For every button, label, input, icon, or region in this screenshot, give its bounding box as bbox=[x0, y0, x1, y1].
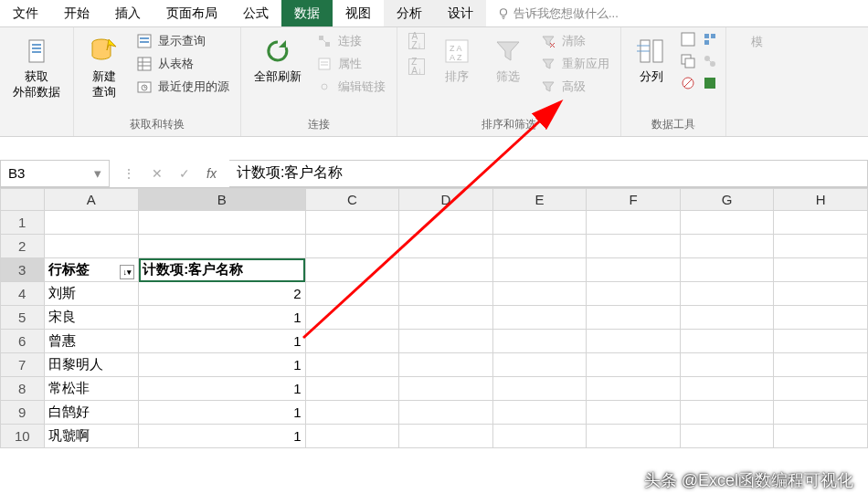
cell[interactable] bbox=[680, 425, 774, 448]
formula-input[interactable]: 计数项:客户名称 bbox=[229, 160, 868, 187]
cell[interactable] bbox=[680, 401, 774, 425]
cell[interactable] bbox=[774, 211, 868, 235]
consolidate-icon[interactable] bbox=[702, 31, 718, 47]
cancel-icon[interactable]: ✕ bbox=[152, 166, 163, 181]
col-header-E[interactable]: E bbox=[492, 189, 587, 211]
col-header-H[interactable]: H bbox=[774, 189, 868, 211]
row-header[interactable]: 4 bbox=[1, 282, 45, 306]
cell[interactable]: 1 bbox=[139, 401, 305, 425]
cell[interactable] bbox=[680, 211, 774, 235]
relationships-icon[interactable] bbox=[702, 53, 718, 69]
cell[interactable] bbox=[680, 353, 774, 377]
cell[interactable] bbox=[680, 306, 774, 330]
cell[interactable]: 计数项:客户名称 bbox=[139, 258, 305, 282]
col-header-D[interactable]: D bbox=[399, 189, 493, 211]
cell[interactable] bbox=[587, 211, 680, 235]
col-header-F[interactable]: F bbox=[587, 189, 680, 211]
cell[interactable] bbox=[774, 377, 868, 401]
cell[interactable] bbox=[399, 377, 493, 401]
col-header-C[interactable]: C bbox=[305, 189, 399, 211]
row-header[interactable]: 7 bbox=[1, 353, 45, 377]
cell[interactable] bbox=[44, 235, 139, 258]
tab-home[interactable]: 开始 bbox=[51, 0, 102, 26]
remove-dup-icon[interactable] bbox=[680, 53, 696, 69]
cell[interactable] bbox=[587, 401, 680, 425]
cell[interactable] bbox=[492, 425, 587, 448]
cell[interactable] bbox=[587, 377, 680, 401]
get-external-data-button[interactable]: 获取 外部数据 bbox=[7, 31, 66, 104]
filter-button[interactable]: 筛选 bbox=[485, 31, 531, 89]
cell[interactable]: 1 bbox=[139, 353, 305, 377]
cell[interactable]: 2 bbox=[139, 282, 305, 306]
col-header-A[interactable]: A bbox=[44, 189, 139, 211]
cell[interactable]: 曾惠 bbox=[44, 330, 139, 353]
cell[interactable] bbox=[399, 211, 493, 235]
cell[interactable]: 1 bbox=[139, 377, 305, 401]
cell[interactable] bbox=[587, 235, 680, 258]
cell[interactable] bbox=[680, 377, 774, 401]
cell[interactable]: 田黎明人 bbox=[44, 353, 139, 377]
cell[interactable] bbox=[492, 353, 587, 377]
cell[interactable] bbox=[680, 235, 774, 258]
tab-data[interactable]: 数据 bbox=[281, 0, 333, 26]
cell[interactable] bbox=[305, 330, 399, 353]
cell[interactable] bbox=[774, 353, 868, 377]
cell[interactable] bbox=[587, 330, 680, 353]
cell[interactable] bbox=[492, 306, 587, 330]
cell[interactable] bbox=[139, 211, 305, 235]
cell[interactable] bbox=[492, 330, 587, 353]
cell[interactable] bbox=[774, 235, 868, 258]
cell[interactable] bbox=[492, 282, 587, 306]
tab-file[interactable]: 文件 bbox=[0, 0, 51, 26]
name-box[interactable]: B3 ▾ bbox=[0, 160, 110, 187]
cell[interactable] bbox=[774, 401, 868, 425]
properties-button[interactable]: 属性 bbox=[312, 54, 389, 74]
text-to-columns-button[interactable]: 分列 bbox=[629, 31, 674, 89]
cell[interactable] bbox=[305, 425, 399, 448]
cell[interactable] bbox=[492, 401, 587, 425]
cell[interactable] bbox=[587, 282, 680, 306]
row-header[interactable]: 10 bbox=[1, 425, 45, 448]
cell[interactable] bbox=[399, 258, 493, 282]
cell[interactable] bbox=[492, 211, 587, 235]
cell[interactable] bbox=[492, 377, 587, 401]
sort-za-button[interactable]: ZA↓ bbox=[405, 57, 429, 77]
accept-icon[interactable]: ✓ bbox=[179, 166, 190, 181]
cell[interactable] bbox=[680, 258, 774, 282]
cell[interactable] bbox=[305, 211, 399, 235]
partial-button[interactable]: 模 bbox=[734, 31, 779, 54]
cell[interactable]: 白鹄好 bbox=[44, 401, 139, 425]
cell[interactable] bbox=[305, 353, 399, 377]
recent-sources-button[interactable]: 最近使用的源 bbox=[132, 77, 233, 97]
reapply-button[interactable]: 重新应用 bbox=[536, 54, 613, 74]
tab-view[interactable]: 视图 bbox=[333, 0, 384, 26]
cell[interactable] bbox=[680, 282, 774, 306]
cell[interactable] bbox=[305, 306, 399, 330]
cell[interactable] bbox=[492, 235, 587, 258]
row-header[interactable]: 9 bbox=[1, 401, 45, 425]
cell[interactable] bbox=[139, 235, 305, 258]
cell[interactable] bbox=[399, 235, 493, 258]
cell[interactable] bbox=[305, 258, 399, 282]
show-queries-button[interactable]: 显示查询 bbox=[132, 31, 233, 51]
tab-design[interactable]: 设计 bbox=[435, 0, 486, 26]
row-header[interactable]: 2 bbox=[1, 235, 45, 258]
cell[interactable] bbox=[399, 330, 493, 353]
cell[interactable] bbox=[305, 282, 399, 306]
row-header[interactable]: 1 bbox=[1, 211, 45, 235]
row-header[interactable]: 3 bbox=[1, 258, 45, 282]
tab-insert[interactable]: 插入 bbox=[102, 0, 153, 26]
spreadsheet-grid[interactable]: A B C D E F G H 123行标签↓▾计数项:客户名称4刘斯25宋良1… bbox=[0, 188, 868, 448]
from-table-button[interactable]: 从表格 bbox=[132, 54, 233, 74]
cell[interactable] bbox=[774, 258, 868, 282]
cell[interactable] bbox=[305, 401, 399, 425]
cell[interactable]: 刘斯 bbox=[44, 282, 139, 306]
advanced-filter-button[interactable]: 高级 bbox=[536, 77, 613, 97]
cell[interactable]: 1 bbox=[139, 306, 305, 330]
tab-analyze[interactable]: 分析 bbox=[384, 0, 435, 26]
tell-me-search[interactable]: 告诉我您想做什么... bbox=[486, 0, 619, 26]
cell[interactable] bbox=[399, 282, 493, 306]
row-header[interactable]: 5 bbox=[1, 306, 45, 330]
edit-links-button[interactable]: 编辑链接 bbox=[312, 77, 389, 97]
cell[interactable] bbox=[44, 211, 139, 235]
